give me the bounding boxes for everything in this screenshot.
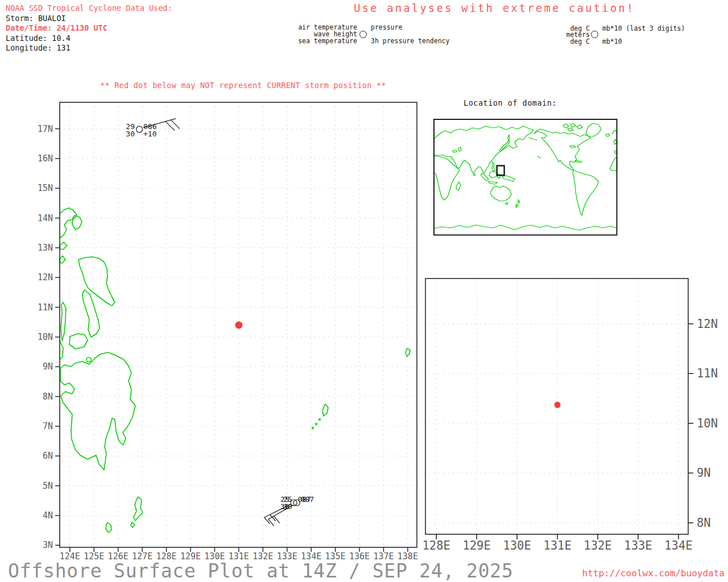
svg-text:128E: 128E [422,539,450,552]
svg-text:14N: 14N [38,213,53,223]
legend-sea-units-label: deg C [533,38,590,45]
header-longitude-line: Longitude: 131 [6,43,172,53]
footer-plot-title: Offshore Surface Plot at 14Z / SEP 24, 2… [8,560,514,582]
svg-text:5N: 5N [43,481,53,491]
svg-text:11N: 11N [38,302,53,313]
svg-text:30: 30 [283,502,292,511]
svg-text:134E: 134E [664,539,692,552]
legend-pressure-units-label: mb*10 (last 3 digits) [602,24,685,32]
header-storm-line: Storm: BUALOI [6,14,172,24]
svg-text:4N: 4N [43,510,53,521]
zoom-map: 128E129E130E131E132E133E134E8N9N10N11N12… [422,273,728,568]
world-inset-title: Location of domain: [464,98,557,107]
header-latitude-line: Latitude: 10.4 [6,34,172,44]
svg-text:7N: 7N [43,421,53,431]
footer-url: http://coolwx.com/buoydata [573,568,725,579]
legend-pressure-tendency-label: 3h pressure tendency [371,37,449,45]
svg-text:12N: 12N [697,317,718,331]
svg-text:9N: 9N [697,466,711,480]
svg-text:11N: 11N [697,367,718,380]
svg-text:10N: 10N [38,332,53,342]
svg-text:8N: 8N [43,392,53,402]
svg-text:3N: 3N [43,540,53,550]
svg-text:17N: 17N [38,124,53,134]
svg-text:30: 30 [126,130,135,138]
caution-banner: Use analyses with extreme caution! [354,2,635,14]
svg-text:8N: 8N [697,516,711,530]
storm-position-warning: ** Red dot below may NOT represent CURRE… [100,81,386,90]
main-map: 3N4N5N6N7N8N9N10N11N12N13N14N15N16N17N12… [31,97,429,568]
svg-text:131E: 131E [543,539,571,552]
svg-text:12N: 12N [38,272,53,282]
svg-text:087: 087 [301,495,314,504]
svg-text:133E: 133E [624,539,652,552]
svg-text:130E: 130E [503,539,531,552]
legend-tendency-units-label: mb*10 [602,38,622,45]
svg-text:9N: 9N [43,361,53,372]
station-model-circle-icon [359,31,367,38]
svg-text:15N: 15N [38,183,53,193]
svg-text:+10: +10 [143,130,156,138]
header-datetime-line: Date/Time: 24/1130 UTC [6,23,172,34]
svg-text:10N: 10N [697,417,718,430]
svg-text:129E: 129E [462,539,490,552]
svg-text:16N: 16N [38,153,53,164]
header-source-line: NOAA SSD Tropical Cyclone Data Used: [6,3,172,14]
svg-text:6N: 6N [43,451,53,461]
world-inset-map [433,119,618,236]
legend-pressure-label: pressure [371,23,402,31]
data-source-header: NOAA SSD Tropical Cyclone Data Used: Sto… [6,3,172,53]
svg-text:132E: 132E [584,539,611,552]
station-model-units-circle-icon [591,31,598,38]
legend-sea-temp-label: sea temperature [243,37,357,45]
svg-text:13N: 13N [38,243,53,253]
